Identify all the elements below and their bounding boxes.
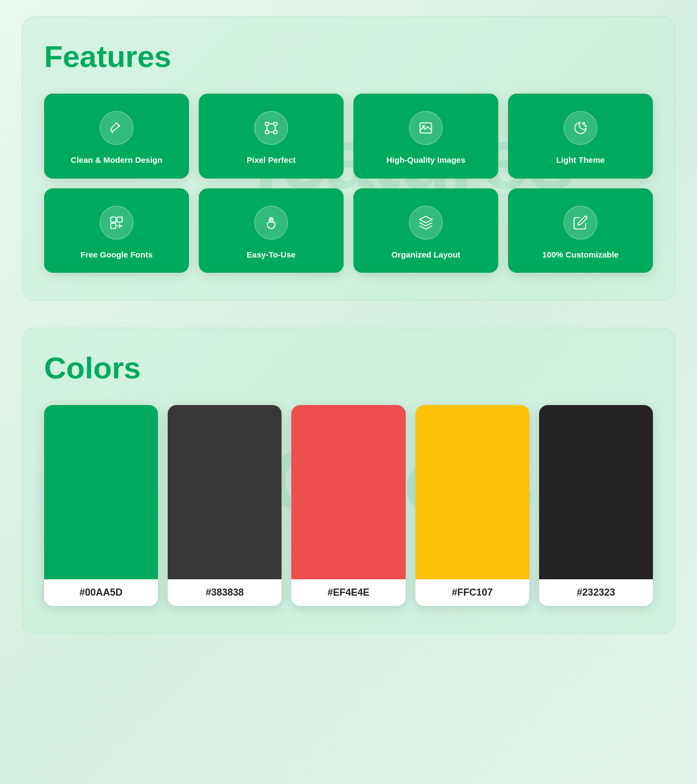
feature-card-light-theme[interactable]: Light Theme bbox=[508, 94, 653, 179]
layers-icon bbox=[418, 215, 433, 230]
feature-label-google-fonts: Free Google Fonts bbox=[81, 249, 153, 260]
color-card-red: #EF4E4E bbox=[291, 405, 405, 606]
colors-title: Colors bbox=[44, 350, 653, 385]
color-label-black: #232323 bbox=[539, 579, 653, 606]
color-card-green: #00AA5D bbox=[44, 405, 158, 606]
color-card-dark-gray: #383838 bbox=[168, 405, 282, 606]
svg-rect-0 bbox=[266, 122, 269, 126]
feature-label-customizable: 100% Customizable bbox=[542, 249, 619, 260]
feature-icon-organized bbox=[409, 206, 443, 240]
svg-rect-2 bbox=[266, 131, 269, 134]
color-card-black: #232323 bbox=[539, 405, 653, 606]
feature-label-light-theme: Light Theme bbox=[556, 155, 604, 166]
feature-icon-clean-design bbox=[100, 111, 133, 145]
color-label-red: #EF4E4E bbox=[291, 579, 405, 606]
feature-card-clean-design[interactable]: Clean & Modern Design bbox=[44, 94, 189, 179]
features-section: features Features Clean & Modern Design bbox=[22, 16, 675, 301]
color-label-dark-gray: #383838 bbox=[168, 579, 282, 606]
color-swatch-green bbox=[44, 405, 158, 579]
feature-label-pixel-perfect: Pixel Perfect bbox=[247, 155, 296, 166]
color-swatch-black bbox=[539, 405, 653, 579]
svg-rect-1 bbox=[274, 122, 277, 126]
color-label-yellow: #FFC107 bbox=[415, 579, 529, 606]
moon-icon bbox=[573, 120, 588, 136]
svg-rect-3 bbox=[274, 131, 277, 134]
feature-icon-google-fonts bbox=[100, 206, 133, 240]
feature-icon-high-quality bbox=[409, 111, 443, 145]
svg-point-6 bbox=[583, 122, 585, 125]
colors-grid: #00AA5D #383838 #EF4E4E #FFC107 #232323 bbox=[44, 405, 653, 606]
color-swatch-dark-gray bbox=[168, 405, 282, 579]
color-label-green: #00AA5D bbox=[44, 579, 158, 606]
touch-icon bbox=[264, 215, 279, 230]
font-icon bbox=[109, 215, 124, 230]
feature-label-clean-design: Clean & Modern Design bbox=[71, 155, 162, 166]
svg-rect-9 bbox=[117, 217, 122, 222]
svg-rect-8 bbox=[111, 217, 116, 222]
brush-icon bbox=[109, 120, 124, 136]
feature-card-google-fonts[interactable]: Free Google Fonts bbox=[44, 188, 189, 273]
feature-card-high-quality[interactable]: High-Quality Images bbox=[353, 94, 498, 179]
feature-label-easy-use: Easy-To-Use bbox=[247, 249, 296, 260]
feature-icon-easy-use bbox=[254, 206, 288, 240]
colors-section: Colors Colors #00AA5D #383838 #EF4E4E #F… bbox=[22, 328, 675, 634]
color-swatch-red bbox=[291, 405, 405, 579]
feature-card-easy-use[interactable]: Easy-To-Use bbox=[199, 188, 344, 273]
color-card-yellow: #FFC107 bbox=[415, 405, 529, 606]
svg-point-7 bbox=[585, 125, 586, 126]
feature-label-high-quality: High-Quality Images bbox=[386, 155, 465, 166]
feature-card-organized[interactable]: Organized Layout bbox=[353, 188, 498, 273]
features-title: Features bbox=[44, 39, 653, 74]
edit-icon bbox=[573, 215, 588, 230]
feature-icon-customizable bbox=[564, 206, 597, 240]
features-grid: Clean & Modern Design Pixel Perfect bbox=[44, 94, 653, 273]
feature-label-organized: Organized Layout bbox=[392, 249, 461, 260]
svg-point-11 bbox=[270, 218, 272, 220]
feature-card-pixel-perfect[interactable]: Pixel Perfect bbox=[199, 94, 344, 179]
svg-rect-10 bbox=[111, 223, 116, 228]
feature-icon-pixel-perfect bbox=[254, 111, 288, 145]
image-icon bbox=[418, 120, 433, 136]
feature-card-customizable[interactable]: 100% Customizable bbox=[508, 188, 653, 273]
color-swatch-yellow bbox=[415, 405, 529, 579]
vector-icon bbox=[264, 120, 279, 136]
feature-icon-light-theme bbox=[564, 111, 597, 145]
